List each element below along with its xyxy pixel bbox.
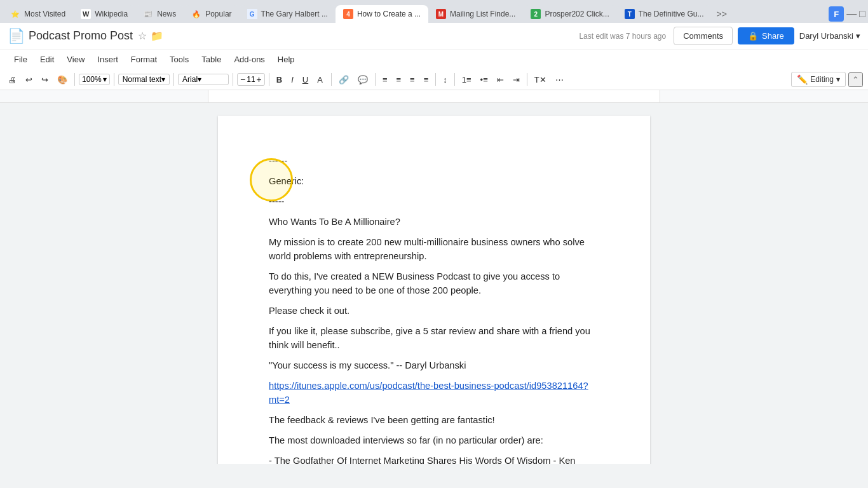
para-feedback: The feedback & reviews I've been getting… [269,413,599,427]
style-dropdown[interactable]: Normal text ▾ [118,74,170,85]
font-dropdown[interactable]: Arial ▾ [178,74,229,85]
font-size-decrease[interactable]: − [240,74,245,85]
tab-popular[interactable]: 🔥 Popular [184,5,239,23]
menu-format[interactable]: Format [125,52,163,67]
tab-definitive[interactable]: T The Definitive Gu... [617,5,712,23]
separator-4 [233,73,233,86]
share-button[interactable]: 🔒 Share [738,27,794,44]
numbered-list-button[interactable]: 1≡ [459,73,475,86]
dashes-2: ----- [269,194,599,208]
tab-gary-halbert[interactable]: G The Gary Halbert ... [240,5,336,23]
paint-format-button[interactable]: 🎨 [54,73,71,86]
separator-2 [114,73,114,86]
line-spacing-button[interactable]: ↕ [440,73,451,86]
para-check-out: Please check it out. [269,304,599,318]
separator-10 [527,73,527,86]
menu-view[interactable]: View [60,52,91,67]
cursor-area: Generic: [269,176,304,186]
tab-news[interactable]: 📰 News [135,5,184,23]
increase-indent-button[interactable]: ⇥ [510,73,523,86]
para-mission: My mission is to create 200 new multi-mi… [269,235,599,263]
right-actions: Comments 🔒 Share Daryl Urbanski ▾ [674,27,860,45]
menu-edit[interactable]: Edit [34,52,60,67]
align-right-button[interactable]: ≡ [407,73,418,86]
menu-table[interactable]: Table [195,52,227,67]
clear-format-button[interactable]: T✕ [531,73,550,86]
tab-overflow[interactable]: >> [711,9,731,19]
justify-button[interactable]: ≡ [421,73,432,86]
underline-button[interactable]: U [299,73,311,86]
chevron-down-icon: ▾ [856,31,860,41]
menu-addons[interactable]: Add-ons [227,52,271,67]
document-area[interactable]: ------ Generic: ----- Who Wants To Be A … [0,103,868,464]
redo-button[interactable]: ↪ [38,73,51,86]
tab-favicon-how-to-create: 4 [343,9,353,19]
tab-most-visited[interactable]: ⭐ Most Visited [3,5,73,23]
zoom-value: 100% [82,75,102,84]
font-size-increase[interactable]: + [257,74,262,85]
comment-button[interactable]: 💬 [355,73,371,86]
decrease-indent-button[interactable]: ⇤ [494,73,507,86]
editing-label: Editing [810,75,834,84]
para-podcast: To do this, I've created a NEW Business … [269,269,599,297]
doc-title[interactable]: Podcast Promo Post [29,29,133,43]
ruler [0,90,868,103]
print-button[interactable]: 🖨 [5,73,20,86]
separator-3 [173,73,174,86]
star-button[interactable]: ☆ [138,30,147,42]
chrome-profile-icon[interactable]: F [829,6,844,22]
user-info[interactable]: Daryl Urbanski ▾ [799,31,860,41]
style-dropdown-icon: ▾ [161,75,165,84]
bold-button[interactable]: B [273,73,285,86]
zoom-dropdown-icon: ▾ [103,75,107,84]
text-color-button[interactable]: A [314,73,327,86]
generic-label: Generic: [269,174,304,188]
align-left-button[interactable]: ≡ [379,73,391,86]
tab-favicon-wikipedia: W [81,9,91,19]
dashes-1: ------ [269,154,304,168]
para-most-downloaded: The most downloaded interviews so far (i… [269,433,599,447]
menu-file[interactable]: File [8,52,34,67]
para-millionaire: Who Wants To Be A Millionaire? [269,215,599,229]
font-value: Arial [182,75,198,84]
menu-help[interactable]: Help [271,52,301,67]
undo-button[interactable]: ↩ [22,73,36,86]
editing-mode-dropdown[interactable]: ✏️ Editing ▾ [791,72,846,87]
tab-mailing-list[interactable]: M Mailing List Finde... [428,5,523,23]
itunes-link[interactable]: https://itunes.apple.com/us/podcast/the-… [269,379,599,407]
separator-1 [74,73,75,86]
para-quote: "Your success is my success." -- Daryl U… [269,358,599,372]
more-format-button[interactable]: ⋯ [552,73,567,86]
separator-7 [375,73,376,86]
ruler-inner [208,90,660,102]
comments-button[interactable]: Comments [674,27,733,45]
italic-button[interactable]: I [288,73,297,86]
tab-favicon-gary: G [247,9,257,19]
collapse-toolbar-button[interactable]: ⌃ [848,72,863,87]
restore-button[interactable]: □ [859,8,865,20]
separator-5 [269,73,269,86]
menu-bar: File Edit View Insert Format Tools Table… [8,50,301,69]
share-lock-icon: 🔒 [748,31,758,41]
bullet-list-button[interactable]: •≡ [477,73,491,86]
tab-how-to-create[interactable]: 4 How to Create a ... [336,5,428,23]
itunes-anchor[interactable]: https://itunes.apple.com/us/podcast/the-… [269,381,588,405]
document-content[interactable]: ------ Generic: ----- Who Wants To Be A … [269,154,599,464]
tab-prosper202[interactable]: 2 Prosper202 Click... [523,5,616,23]
pencil-icon: ✏️ [797,74,808,85]
font-size-control[interactable]: − 11 + [237,73,265,86]
style-value: Normal text [123,75,161,84]
separator-6 [331,73,332,86]
menu-tools[interactable]: Tools [163,52,195,67]
link-button[interactable]: 🔗 [336,73,352,86]
separator-8 [435,73,436,86]
zoom-control[interactable]: 100% ▾ [79,74,110,85]
minimize-button[interactable]: — [846,8,857,20]
folder-button[interactable]: 📁 [151,30,163,42]
tab-wikipedia[interactable]: W Wikipedia [73,5,135,23]
font-dropdown-icon: ▾ [198,75,201,84]
menu-insert[interactable]: Insert [91,52,125,67]
tab-favicon-most-visited: ⭐ [10,9,20,19]
tab-bar: ⭐ Most Visited W Wikipedia 📰 News 🔥 Popu… [0,0,868,23]
align-center-button[interactable]: ≡ [393,73,404,86]
